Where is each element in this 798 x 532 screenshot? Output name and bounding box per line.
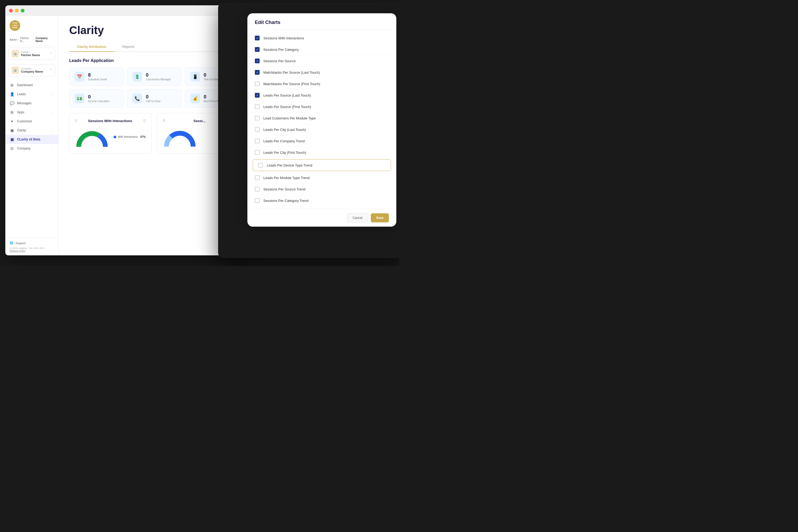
save-button[interactable]: Save [371, 213, 389, 222]
checkbox-matchbacks-first[interactable] [255, 81, 260, 86]
checkbox-sessions-interactions[interactable]: ✓ [255, 36, 260, 40]
call-us-now-number: 0 [146, 94, 160, 100]
company-nav-label: Company [17, 147, 49, 150]
info-icon[interactable]: ⓘ [143, 119, 146, 123]
option-leads-city-first-label: Leads Per City (First Touch) [263, 151, 306, 155]
minimize-button[interactable] [15, 9, 19, 13]
donut-chart-svg-2 [163, 127, 197, 148]
checkbox-sessions-source-trend[interactable] [255, 187, 260, 191]
sidebar-footer: 🌐 Support v4.1631-staging - Oct 28th, 20… [5, 238, 58, 255]
best-price-now-icon: 💰 [190, 94, 200, 103]
option-sessions-category-trend[interactable]: Sessions Per Category Trend [247, 195, 396, 206]
checkbox-leads-device-trend[interactable] [258, 163, 263, 168]
customize-label: Customize [17, 119, 54, 123]
company-icon: 🏢 [12, 66, 19, 74]
maximize-button[interactable] [21, 9, 24, 13]
option-matchbacks-first[interactable]: Matchbacks Per Source (First Touch) [247, 78, 396, 90]
sidebar-item-customize[interactable]: ✦ Customize [5, 117, 58, 126]
sidebar-item-dashboard[interactable]: ⊞ Dashboard [5, 81, 58, 90]
drag-icon[interactable]: ⠿ [75, 119, 77, 123]
sidebar: YOUR LOGO HERE Admin › Partner N... › Co… [5, 16, 58, 255]
close-button[interactable] [9, 9, 13, 13]
company-nav-icon: ⊟ [10, 146, 14, 151]
checkbox-sessions-source[interactable]: ✓ [255, 58, 260, 63]
company-chevron-nav-icon: ⌄ [52, 147, 54, 150]
release-notes[interactable]: Release Notes [10, 249, 54, 252]
clarity-label: Clarity [17, 129, 49, 132]
sidebar-item-company[interactable]: ⊟ Company ⌄ [5, 144, 58, 153]
option-matchbacks-first-label: Matchbacks Per Source (First Touch) [263, 82, 320, 86]
sidebar-item-messages[interactable]: 💬 Messages [5, 99, 58, 108]
modal-title: Edit Charts [255, 20, 389, 25]
option-leads-source-last[interactable]: ✓ Leads Per Source (Last Touch) [247, 90, 396, 101]
version-text: v4.1631-staging - Oct 28th, 2021 [10, 247, 54, 249]
checkbox-matchbacks-last[interactable]: ✓ [255, 70, 260, 75]
company-logo: YOUR LOGO HERE [10, 20, 20, 31]
checkbox-leads-module-trend[interactable] [255, 175, 260, 180]
drag-icon-2[interactable]: ⠿ [163, 119, 165, 123]
schedule-genie-content: 8 Schedule Genie [88, 72, 107, 81]
text-us-now-label: Text Us Now [204, 78, 218, 81]
clarity-v2-icon: ▣ [10, 137, 14, 141]
checkbox-leads-city-last[interactable] [255, 127, 260, 132]
nav-items: ⊞ Dashboard 👤 Leads ⌄ 💬 Messages ⊞ Apps … [5, 78, 58, 238]
checkbox-leads-city-first[interactable] [255, 150, 260, 155]
sidebar-item-clarity-v2[interactable]: ▣ CLarity v2 Beta [5, 135, 58, 144]
customize-icon: ✦ [10, 119, 14, 124]
modal-overlay: Edit Charts ✓ Sessions With Interactions… [218, 3, 399, 258]
support-item[interactable]: 🌐 Support [10, 241, 54, 245]
tab-reports[interactable]: Reports [114, 42, 142, 51]
option-sessions-category[interactable]: ✓ Sessions Per Category [247, 44, 396, 55]
option-leads-company-trend-label: Leads Per Company Trend [263, 139, 305, 143]
option-leads-source-first-label: Leads Per Source (First Touch) [263, 105, 311, 109]
option-leads-company-trend[interactable]: Leads Per Company Trend [247, 135, 396, 147]
option-sessions-source-trend[interactable]: Sessions Per Source Trend [247, 184, 396, 195]
checkbox-sessions-category-trend[interactable] [255, 198, 260, 203]
text-us-now-number: 0 [204, 72, 218, 78]
option-sessions-interactions[interactable]: ✓ Sessions With Interactions [247, 33, 396, 44]
sidebar-item-clarity[interactable]: ▣ Clarity ⌄ [5, 126, 58, 135]
option-leads-device-trend-label: Leads Per Device Type Trend [267, 163, 312, 167]
breadcrumb-arrow-1: › [18, 38, 19, 41]
sidebar-item-leads[interactable]: 👤 Leads ⌄ [5, 90, 58, 99]
apps-label: Apps [17, 110, 49, 114]
breadcrumb-admin[interactable]: Admin [10, 38, 17, 41]
dashboard-icon: ⊞ [10, 83, 14, 87]
checkbox-leads-source-first[interactable] [255, 104, 260, 109]
apps-icon: ⊞ [10, 110, 14, 114]
concession-manager-label: Concession Manager [146, 78, 171, 81]
checkbox-leads-company-trend[interactable] [255, 138, 260, 144]
option-leads-source-last-label: Leads Per Source (Last Touch) [263, 93, 311, 97]
checkbox-leads-source-last[interactable]: ✓ [255, 93, 260, 98]
cancel-button[interactable]: Cancel [347, 213, 368, 222]
option-lead-customers-module-label: Lead Customers Per Module Type [263, 116, 316, 120]
clarity-chevron-icon: ⌄ [52, 129, 54, 132]
company-label: Company [21, 67, 48, 70]
app-cards-grid: 📅 8 Schedule Genie 💲 0 Concession Manage… [69, 67, 240, 108]
partner-selector[interactable]: 🏢 Partner Partner Name ⌃ [8, 48, 55, 60]
option-leads-city-last[interactable]: Leads Per City (Last Touch) [247, 124, 396, 135]
partner-name: Partner Name [21, 54, 48, 57]
option-matchbacks-last[interactable]: ✓ Matchbacks Per Source (Last Touch) [247, 67, 396, 78]
option-leads-source-first[interactable]: Leads Per Source (First Touch) [247, 101, 396, 113]
option-leads-module-trend[interactable]: Leads Per Module Type Trend [247, 172, 396, 184]
leads-chevron-icon: ⌄ [52, 93, 54, 96]
with-interactions-dot [114, 136, 116, 138]
card-call-us-now: 📞 0 Call Us Now [127, 89, 182, 108]
option-leads-device-trend[interactable]: Leads Per Device Type Trend [253, 159, 391, 171]
checkbox-lead-customers-module[interactable] [255, 116, 260, 120]
checkbox-sessions-category[interactable]: ✓ [255, 47, 260, 52]
edit-charts-modal: Edit Charts ✓ Sessions With Interactions… [247, 13, 396, 227]
company-selector[interactable]: 🏢 Company Company Name ⌃ [8, 64, 55, 76]
leads-section-header: Leads Per Application ⬤ Last 7 Days [69, 58, 240, 63]
sidebar-item-apps[interactable]: ⊞ Apps ⌄ [5, 108, 58, 117]
chart-sessions-category-title: Sessi... [194, 119, 206, 123]
option-sessions-source[interactable]: ✓ Sessions Per Source [247, 55, 396, 67]
partner-icon: 🏢 [12, 50, 19, 57]
tab-attribution[interactable]: Clarity Attribution [69, 42, 114, 51]
option-lead-customers-module[interactable]: Lead Customers Per Module Type [247, 113, 396, 124]
support-icon: 🌐 [10, 241, 13, 245]
breadcrumb-partner[interactable]: Partner N... [20, 37, 33, 42]
app-window: YOUR LOGO HERE Admin › Partner N... › Co… [5, 5, 250, 255]
option-leads-city-first[interactable]: Leads Per City (First Touch) [247, 147, 396, 158]
